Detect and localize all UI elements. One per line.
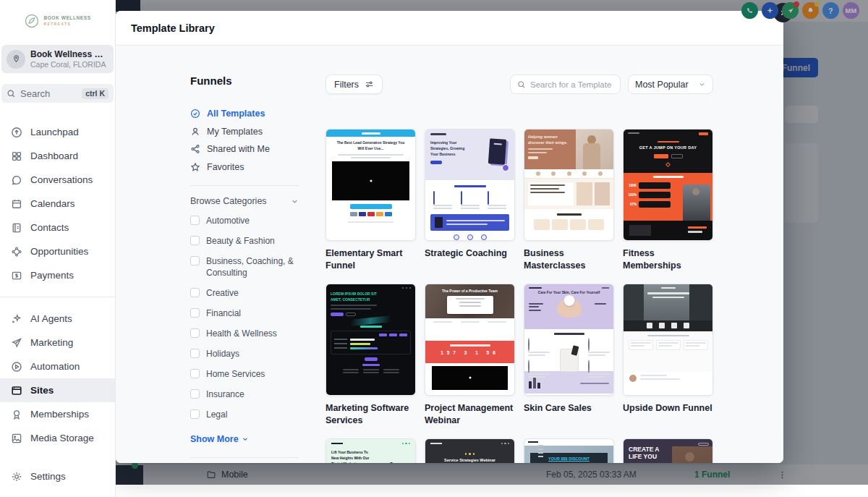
category-checkbox-home-services[interactable]: Home Services	[190, 368, 299, 381]
sidebar-item-label: Calendars	[30, 198, 75, 209]
checkbox[interactable]	[190, 256, 200, 266]
view-my-templates[interactable]: My Templates	[190, 123, 299, 141]
hero-photo	[672, 446, 712, 464]
sidebar-item-dashboard[interactable]: Dashboard	[0, 144, 115, 168]
sort-dropdown[interactable]: Most Popular	[628, 75, 713, 94]
view-shared-with-me[interactable]: Shared with Me	[190, 140, 299, 158]
category-label: Creative	[206, 287, 239, 300]
show-more-link[interactable]: Show More	[190, 434, 299, 444]
account-switcher[interactable]: Book Wellness Retre... Cape Coral, FLORI…	[1, 45, 114, 73]
category-label: Legal	[206, 409, 227, 421]
category-label: Beauty & Fashion	[206, 235, 275, 247]
academy-star-icon[interactable]	[762, 2, 778, 19]
sidebar-item-label: Payments	[30, 270, 74, 281]
phone-icon[interactable]	[741, 2, 758, 19]
sidebar-item-automation[interactable]: Automation	[0, 354, 115, 378]
sidebar-item-media-storage[interactable]: Media Storage	[0, 426, 115, 450]
sidebar-item-marketing[interactable]: Marketing	[0, 331, 115, 354]
sidebar-item-calendars[interactable]: Calendars	[0, 192, 115, 216]
show-more-label: Show More	[190, 434, 239, 444]
template-card[interactable]: Lift Your Business To New Heights With O…	[326, 438, 416, 464]
help-icon[interactable]: ?	[822, 2, 839, 19]
sidebar-item-opportunities[interactable]: Opportunities	[0, 239, 115, 263]
checkbox[interactable]	[190, 308, 200, 318]
checkbox[interactable]	[190, 369, 200, 378]
account-name: Book Wellness Retre...	[30, 49, 104, 59]
category-checkbox-creative[interactable]: Creative	[190, 287, 299, 300]
template-card[interactable]: YOUR $$$ DISCOUNT IS ENDING IN SOON	[524, 438, 614, 464]
image-icon	[11, 433, 23, 444]
search-icon	[517, 80, 526, 89]
notification-dot	[793, 1, 799, 7]
sidebar-item-payments[interactable]: Payments	[0, 263, 115, 287]
category-label: Business, Coaching, & Consulting	[206, 255, 299, 279]
user-avatar[interactable]: MM	[843, 2, 859, 19]
sidebar-item-label: Dashboard	[30, 150, 78, 161]
checkbox[interactable]	[190, 349, 200, 358]
category-checkbox-legal[interactable]: Legal	[190, 409, 299, 421]
sidebar-item-contacts[interactable]: Contacts	[0, 216, 115, 239]
announcements-icon[interactable]	[782, 2, 799, 19]
sidebar-item-settings[interactable]: Settings	[0, 464, 115, 488]
template-card[interactable]: Care For Your Skin, Care For Yourself	[524, 284, 614, 427]
template-card[interactable]: Service Strategies Webinar	[425, 438, 515, 464]
logo-text-line1: BOOK WELLNESS	[43, 15, 90, 22]
browse-categories-header[interactable]: Browse Categories	[190, 196, 299, 206]
template-card[interactable]: Helping women discover their wings.	[524, 129, 614, 272]
sidebar-item-label: Launchpad	[30, 127, 79, 137]
template-search[interactable]	[510, 75, 621, 94]
checkbox[interactable]	[190, 328, 200, 338]
filters-button[interactable]: Filters	[326, 75, 383, 94]
template-card[interactable]: Upside Down Funnel	[623, 284, 713, 427]
checkbox[interactable]	[190, 409, 200, 419]
sidebar-item-sites[interactable]: Sites	[0, 378, 115, 402]
sidebar-item-launchpad[interactable]: Launchpad	[0, 120, 115, 144]
category-checkbox-health-wellness[interactable]: Health & Wellness	[190, 328, 299, 340]
view-all-templates[interactable]: All Templates	[190, 105, 299, 123]
category-checkbox-financial[interactable]: Financial	[190, 307, 299, 320]
nav-spacer	[0, 450, 115, 464]
checkbox[interactable]	[190, 288, 200, 297]
template-thumbnail: Improving Your Strategies, Growing Your …	[425, 129, 515, 241]
category-checkbox-holidays[interactable]: Holidays	[190, 348, 299, 360]
sidebar-item-memberships[interactable]: Memberships	[0, 402, 115, 426]
modal-body: Funnels All Templates My Templates Share…	[116, 46, 783, 463]
category-checkbox-business-coaching[interactable]: Business, Coaching, & Consulting	[190, 255, 299, 279]
thumb-hero-text: Helping women discover their wings.	[528, 134, 572, 146]
video-placeholder	[432, 366, 508, 390]
template-card[interactable]: Improving Your Strategies, Growing Your …	[425, 129, 515, 272]
checkbox[interactable]	[190, 216, 200, 225]
template-title: Upside Down Funnel	[623, 402, 713, 415]
thumb-hero-text: IS ENDING IN SOON	[532, 462, 605, 464]
template-thumbnail: The Power of a Productive Team 157 3 1	[425, 284, 515, 396]
sidebar-item-conversations[interactable]: Conversations	[0, 168, 115, 192]
category-label: Home Services	[206, 368, 265, 381]
template-card[interactable]: LOREM IPSUM DOLOR SIT AMET, CONSECTETUR	[326, 284, 416, 427]
category-checkbox-automotive[interactable]: Automotive	[190, 215, 299, 227]
countdown-numbers: 157 3 1 56	[427, 350, 512, 355]
dashboard-icon	[11, 150, 23, 162]
panel-divider	[190, 457, 299, 458]
bell-icon[interactable]	[802, 2, 819, 19]
checkbox[interactable]	[190, 236, 200, 245]
template-title: Marketing Software Services	[326, 402, 416, 427]
category-checkbox-insurance[interactable]: Insurance	[190, 388, 299, 401]
template-card[interactable]: The Best Lead Generation Strategy You Wi…	[326, 129, 416, 272]
category-checkbox-beauty-fashion[interactable]: Beauty & Fashion	[190, 235, 299, 247]
category-label: Health & Wellness	[206, 328, 277, 340]
template-thumbnail	[623, 284, 713, 396]
template-search-input[interactable]	[530, 80, 613, 89]
sidebar-search[interactable]: Search ctrl K	[1, 84, 114, 103]
thumb-hero-text: Care For Your Skin, Care For Yourself	[529, 291, 609, 294]
template-thumbnail: The Best Lead Generation Strategy You Wi…	[326, 129, 416, 241]
sidebar-item-ai-agents[interactable]: AI Agents	[0, 307, 115, 331]
checkbox[interactable]	[190, 389, 200, 399]
template-card[interactable]: The Power of a Productive Team 157 3 1	[425, 284, 515, 427]
template-card[interactable]: GET A JUMP ON YOUR DAY 190K 100% 97%	[623, 129, 713, 272]
view-favorites[interactable]: Favorites	[190, 158, 299, 177]
athlete-photo	[683, 184, 710, 221]
illustration	[374, 454, 412, 464]
template-card[interactable]: CREATE A LIFE YOU	[623, 438, 713, 464]
filter-panel: Funnels All Templates My Templates Share…	[190, 75, 299, 463]
template-title: Fitness Memberships	[623, 247, 713, 272]
